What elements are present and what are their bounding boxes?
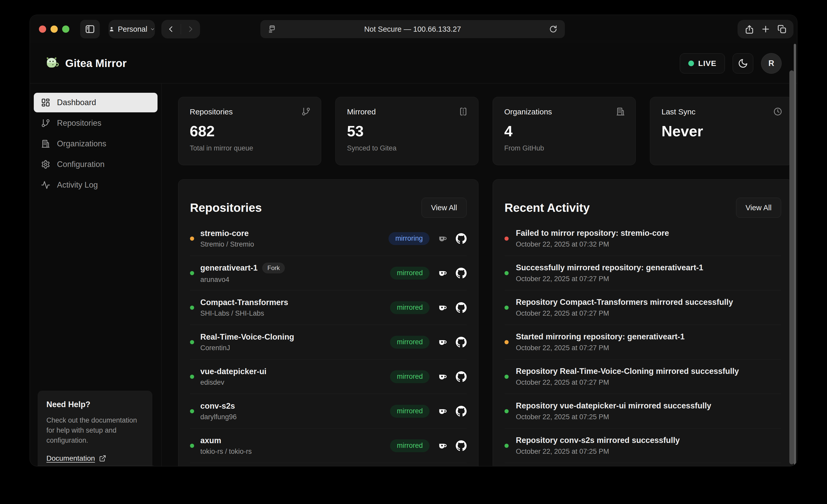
new-tab-icon[interactable] [761,24,771,34]
status-dot-icon [504,271,508,275]
activity-row[interactable]: Repository conv-s2s mirrored successfull… [504,429,781,463]
github-icon[interactable] [456,337,467,348]
gitea-cup-icon[interactable] [437,302,448,313]
page-scrollbar-thumb[interactable] [789,70,794,464]
gitea-cup-icon[interactable] [437,337,448,348]
repo-row-compact-transformers[interactable]: Compact-TransformersSHI-Labs / SHI-Labsm… [190,290,467,325]
minimize-window-button[interactable] [51,26,58,33]
mirror-icon [458,107,468,116]
app-header: Gitea Mirror LIVE R [30,43,797,84]
documentation-link[interactable]: Documentation [46,454,144,462]
status-dot-icon [504,409,508,413]
repo-info: Compact-TransformersSHI-Labs / SHI-Labs [200,298,288,317]
gitea-cup-icon[interactable] [437,406,448,417]
profile-menu-button[interactable]: Personal [108,20,155,38]
activity-row[interactable]: Repository Real-Time-Voice-Cloning mirro… [504,359,781,394]
repo-owner: arunavo4 [200,276,285,284]
stat-value: 682 [190,122,309,140]
stat-value: 53 [347,122,467,140]
activity-info: Started mirroring repository: generative… [516,332,685,352]
status-dot-icon [504,375,508,379]
gitea-cup-icon[interactable] [437,268,448,279]
github-icon[interactable] [456,268,467,279]
repo-name: generativeart-1 [200,263,257,272]
window-controls [39,26,69,33]
repo-owner: tokio-rs / tokio-rs [200,448,252,456]
repo-name: Compact-Transformers [200,298,288,307]
stats-row: Repositories682Total in mirror queueMirr… [178,97,793,165]
close-window-button[interactable] [39,26,46,33]
activity-icon [41,181,50,190]
activity-row[interactable]: Failed to mirror repository: stremio-cor… [504,221,781,256]
repo-row-stremio-core[interactable]: stremio-coreStremio / Stremiomirroring [190,221,467,256]
live-status-badge[interactable]: LIVE [680,53,725,73]
view-all-label: View All [431,204,457,212]
tab-overview-icon[interactable] [777,24,787,34]
forward-button[interactable] [181,20,200,38]
recent-activity-panel: Recent Activity View All Failed to mirro… [493,179,793,466]
repo-owner: darylfung96 [200,413,237,421]
activity-message: Successfully mirrored repository: genera… [516,263,703,272]
chevron-down-icon [150,26,155,32]
stat-caption: From GitHub [504,144,624,152]
activity-message: Repository Real-Time-Voice-Cloning mirro… [516,367,739,376]
repo-info: stremio-coreStremio / Stremio [200,229,254,248]
repo-row-generativeart-1[interactable]: generativeart-1Forkarunavo4mirrored [190,256,467,290]
browser-scrollbar[interactable] [794,44,796,465]
gitea-cup-icon[interactable] [437,233,448,244]
repositories-view-all-button[interactable]: View All [422,198,467,218]
repo-row-axum[interactable]: axumtokio-rs / tokio-rsmirrored [190,429,467,463]
github-icon[interactable] [456,233,467,244]
user-avatar[interactable]: R [761,53,782,74]
reload-icon[interactable] [549,25,557,34]
stat-label: Last Sync [662,107,781,116]
activity-row[interactable]: Successfully mirrored repository: genera… [504,256,781,290]
gitea-cup-icon[interactable] [437,371,448,382]
page-settings-icon[interactable] [267,25,276,34]
address-bar[interactable]: Not Secure — 100.66.133.27 [260,20,565,38]
building-icon [616,107,625,116]
theme-toggle-button[interactable] [733,53,753,73]
activity-timestamp: October 22, 2025 at 07:25 PM [516,413,711,421]
activity-row[interactable]: Started mirroring repository: generative… [504,325,781,359]
github-icon[interactable] [456,302,467,313]
repo-owner: edisdev [200,379,266,387]
avatar-initial: R [769,59,774,68]
status-dot-icon [504,444,508,448]
git-branch-icon [301,107,311,116]
status-dot-icon [504,237,508,241]
github-icon[interactable] [456,440,467,451]
github-icon[interactable] [456,406,467,417]
browser-sidebar-toggle-button[interactable] [80,20,100,38]
sidebar-item-activity-log[interactable]: Activity Log [34,175,157,195]
sidebar-item-label: Activity Log [57,181,98,190]
sidebar-item-label: Dashboard [57,98,96,107]
fork-badge: Fork [262,262,285,273]
activity-timestamp: October 22, 2025 at 07:25 PM [516,448,680,456]
repo-row-real-time-voice-cloning[interactable]: Real-Time-Voice-CloningCorentinJmirrored [190,325,467,359]
share-icon[interactable] [744,24,754,34]
repo-info: generativeart-1Forkarunavo4 [200,262,285,284]
sidebar-item-configuration[interactable]: Configuration [34,155,157,174]
repo-row-vue-datepicker-ui[interactable]: vue-datepicker-uiedisdevmirrored [190,359,467,394]
sidebar-item-dashboard[interactable]: Dashboard [34,93,157,112]
activity-row[interactable]: Repository vue-datepicker-ui mirrored su… [504,394,781,429]
maximize-window-button[interactable] [62,26,69,33]
git-branch-icon [41,118,50,128]
sidebar: DashboardRepositoriesOrganizationsConfig… [30,84,162,466]
activity-timestamp: October 22, 2025 at 07:27 PM [516,309,733,317]
repo-status-badge: mirrored [390,301,430,314]
status-dot-icon [190,409,194,413]
activity-view-all-button[interactable]: View All [736,198,781,218]
sidebar-item-organizations[interactable]: Organizations [34,134,157,154]
sidebar-item-label: Repositories [57,118,101,128]
repo-name: Real-Time-Voice-Cloning [200,333,294,342]
github-icon[interactable] [456,371,467,382]
stat-caption: Synced to Gitea [347,144,467,152]
settings-icon [41,160,50,169]
gitea-cup-icon[interactable] [437,440,448,451]
back-button[interactable] [161,20,181,38]
activity-row[interactable]: Repository Compact-Transformers mirrored… [504,290,781,325]
sidebar-item-repositories[interactable]: Repositories [34,113,157,133]
repo-row-conv-s2s[interactable]: conv-s2sdarylfung96mirrored [190,394,467,429]
